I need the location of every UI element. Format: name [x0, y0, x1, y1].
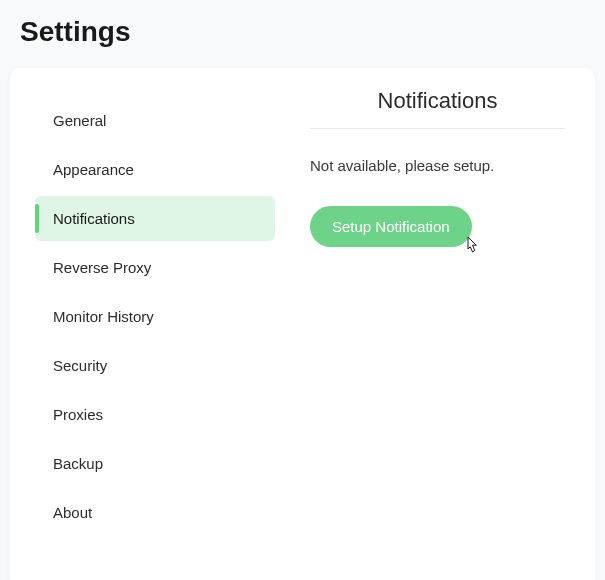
sidebar-item-security[interactable]: Security [35, 343, 275, 388]
empty-message: Not available, please setup. [310, 157, 565, 174]
page-header: Settings [0, 0, 605, 68]
content-body: Not available, please setup. Setup Notif… [310, 129, 565, 247]
sidebar-item-reverse-proxy[interactable]: Reverse Proxy [35, 245, 275, 290]
sidebar-item-general[interactable]: General [35, 98, 275, 143]
setup-button-label: Setup Notification [332, 218, 450, 235]
sidebar-item-notifications[interactable]: Notifications [35, 196, 275, 241]
sidebar-item-label: About [53, 504, 92, 521]
pointer-cursor-icon [462, 235, 480, 257]
sidebar-item-about[interactable]: About [35, 490, 275, 535]
sidebar-item-label: Monitor History [53, 308, 154, 325]
sidebar-item-backup[interactable]: Backup [35, 441, 275, 486]
sidebar-item-label: Proxies [53, 406, 103, 423]
sidebar-item-label: Notifications [53, 210, 135, 227]
setup-notification-button[interactable]: Setup Notification [310, 206, 472, 247]
page-title: Settings [20, 16, 585, 48]
content-title: Notifications [310, 88, 565, 129]
settings-content: Notifications Not available, please setu… [290, 68, 595, 580]
sidebar-item-label: Backup [53, 455, 103, 472]
settings-card: General Appearance Notifications Reverse… [10, 68, 595, 580]
sidebar-item-label: Security [53, 357, 107, 374]
sidebar-item-label: Reverse Proxy [53, 259, 151, 276]
sidebar-item-label: Appearance [53, 161, 134, 178]
sidebar-item-appearance[interactable]: Appearance [35, 147, 275, 192]
sidebar-item-label: General [53, 112, 106, 129]
sidebar-item-proxies[interactable]: Proxies [35, 392, 275, 437]
sidebar-item-monitor-history[interactable]: Monitor History [35, 294, 275, 339]
settings-sidebar: General Appearance Notifications Reverse… [10, 68, 290, 580]
